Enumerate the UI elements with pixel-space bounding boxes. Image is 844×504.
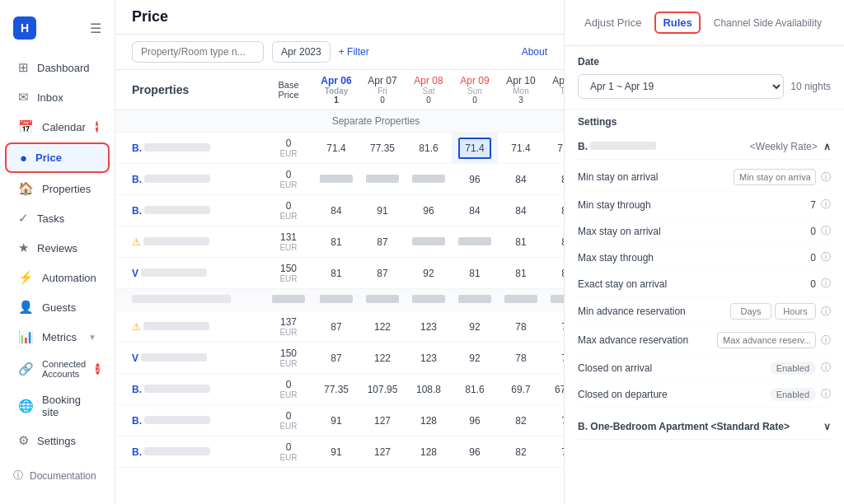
sidebar: H ☰ ⊞ Dashboard ✉ Inbox 📅 Calendar • ● P… <box>0 0 115 504</box>
calendar-badge: • <box>96 121 98 133</box>
tab-channel-availability[interactable]: Channel Side Availability <box>707 14 828 32</box>
warning-icon: ⚠ <box>132 236 141 248</box>
table-row: V 150EUR 81 87 92 81 81 81 81 <box>115 258 564 289</box>
documentation-link[interactable]: ⓘ Documentation <box>0 462 115 489</box>
min-stay-arrival-row: Min stay on arrival ⓘ <box>578 163 831 192</box>
sidebar-item-price[interactable]: ● Price <box>5 142 110 173</box>
col-apr08: Apr 08 Sat 0 <box>406 70 452 110</box>
chevron-up-icon[interactable]: ∧ <box>823 141 831 152</box>
min-advance-hours-input[interactable] <box>775 303 816 320</box>
info-icon[interactable]: ⓘ <box>821 361 831 375</box>
closed-departure-label: Closed on departure <box>578 389 770 400</box>
sidebar-item-calendar[interactable]: 📅 Calendar • <box>5 113 110 141</box>
closed-departure-toggle[interactable]: Enabled <box>770 388 816 401</box>
sidebar-item-tasks[interactable]: ✓ Tasks <box>5 204 110 232</box>
info-icon[interactable]: ⓘ <box>821 334 831 348</box>
info-icon[interactable]: ⓘ <box>821 170 831 184</box>
max-stay-through-label: Max stay through <box>578 252 767 264</box>
filter-button[interactable]: + Filter <box>339 46 369 58</box>
property-name-cell: V <box>115 343 264 374</box>
toolbar: Apr 2023 + Filter About <box>115 35 564 70</box>
date-range-select[interactable]: Apr 1 ~ Apr 19 <box>578 74 784 99</box>
main-container: Price Apr 2023 + Filter About Properties… <box>115 0 844 504</box>
property-name-cell: B. <box>115 374 264 405</box>
table-row: B. 0EUR 84 91 96 84 84 84 84 <box>115 195 564 226</box>
property-name-cell <box>115 289 264 311</box>
settings-icon: ⚙ <box>18 433 29 448</box>
page-title: Price <box>132 8 547 26</box>
table-row: B. 0EUR 77.35 107.95 108.8 81.6 69.7 67.… <box>115 374 564 405</box>
hamburger-icon[interactable]: ☰ <box>90 21 101 36</box>
settings-title: Settings <box>578 116 831 128</box>
sidebar-item-booking[interactable]: 🌐 Booking site <box>5 387 110 425</box>
sidebar-item-guests[interactable]: 👤 Guests <box>5 293 110 321</box>
rate-label: <Weekly Rate> <box>750 141 818 152</box>
panel-header: Adjust Price Rules Channel Side Availabi… <box>565 0 844 46</box>
max-stay-arrival-value: 0 <box>767 226 816 237</box>
info-icon[interactable]: ⓘ <box>821 198 831 212</box>
max-stay-arrival-row: Max stay on arrival 0 ⓘ <box>578 218 831 245</box>
tab-rules[interactable]: Rules <box>654 12 700 34</box>
tasks-icon: ✓ <box>18 211 29 226</box>
max-advance-row: Max advance reservation ⓘ <box>578 326 831 355</box>
table-row: B. 0EUR 91 127 128 96 82 79 82 <box>115 405 564 436</box>
table-row: ⚠ 131EUR 81 87 81 81 81 <box>115 226 564 258</box>
property-label: B. <box>578 141 590 152</box>
reviews-icon: ★ <box>18 240 29 255</box>
sidebar-footer: ⓘ Documentation <box>0 455 115 496</box>
sidebar-item-dashboard[interactable]: ⊞ Dashboard <box>5 54 110 82</box>
chevron-down-icon: ▼ <box>88 333 96 342</box>
min-stay-through-label: Min stay through <box>578 199 767 211</box>
second-property-label: B. One-Bedroom Apartment <Standard Rate> <box>578 421 790 432</box>
max-advance-input[interactable] <box>717 332 816 348</box>
connected-badge: 2 <box>96 363 100 375</box>
chevron-down-icon[interactable]: ∨ <box>823 421 831 432</box>
advance-inputs <box>730 303 816 320</box>
sidebar-item-settings[interactable]: ⚙ Settings <box>5 427 110 455</box>
sidebar-item-inbox[interactable]: ✉ Inbox <box>5 83 110 111</box>
min-advance-row: Min advance reservation ⓘ <box>578 297 831 326</box>
date-section-title: Date <box>578 56 831 68</box>
date-selector[interactable]: Apr 2023 <box>272 41 331 63</box>
main-content: Price Apr 2023 + Filter About Properties… <box>115 0 564 504</box>
property-name-cell: V <box>115 258 264 289</box>
info-icon[interactable]: ⓘ <box>821 387 831 401</box>
info-icon[interactable]: ⓘ <box>821 305 831 319</box>
property-name-cell: B. <box>115 436 264 468</box>
second-property-header: B. One-Bedroom Apartment <Standard Rate>… <box>578 414 831 440</box>
table-row: B. 0EUR 96 84 84 84 <box>115 164 564 195</box>
connected-icon: 🔗 <box>18 362 34 376</box>
closed-arrival-toggle[interactable]: Enabled <box>770 362 816 375</box>
search-input[interactable] <box>132 41 264 63</box>
min-stay-arrival-input[interactable] <box>734 169 816 185</box>
calendar-icon: 📅 <box>18 119 34 134</box>
exact-stay-arrival-value: 0 <box>767 278 816 290</box>
sidebar-item-properties[interactable]: 🏠 Properties <box>5 175 110 203</box>
max-stay-through-row: Max stay through 0 ⓘ <box>578 245 831 271</box>
sidebar-item-reviews[interactable]: ★ Reviews <box>5 234 110 262</box>
property-name-cell: ⚠ <box>115 226 264 258</box>
info-icon[interactable]: ⓘ <box>821 250 831 264</box>
dashboard-icon: ⊞ <box>18 60 29 75</box>
section-separate-properties: Separate Properties <box>115 110 564 133</box>
col-apr06: Apr 06 Today 1 <box>313 70 359 110</box>
settings-section: Settings B. <Weekly Rate> ∧ Min stay on … <box>565 110 844 450</box>
tab-adjust-price[interactable]: Adjust Price <box>578 13 648 32</box>
exact-stay-arrival-label: Exact stay on arrival <box>578 278 767 290</box>
about-link[interactable]: About <box>522 46 547 58</box>
property-name-cell: B. <box>115 133 264 164</box>
col-apr10: Apr 10 Mon 3 <box>498 70 544 110</box>
properties-col-header: Properties <box>115 70 264 110</box>
info-icon[interactable]: ⓘ <box>821 277 831 291</box>
date-section: Date Apr 1 ~ Apr 19 10 nights <box>565 46 844 110</box>
table-row: V 150EUR 87 122 123 92 78 76 78 <box>115 343 564 374</box>
closed-departure-row: Closed on departure Enabled ⓘ <box>578 381 831 408</box>
warning-icon: ⚠ <box>132 321 141 333</box>
table-row: B. 0EUR 71.4 77.35 81.6 71.4 71.4 71.4 7… <box>115 133 564 164</box>
min-advance-days-input[interactable] <box>730 303 771 320</box>
sidebar-item-metrics[interactable]: 📊 Metrics ▼ <box>5 323 110 351</box>
sidebar-item-connected[interactable]: 🔗 Connected Accounts 2 <box>5 352 110 385</box>
sidebar-item-automation[interactable]: ⚡ Automation <box>5 264 110 292</box>
info-icon[interactable]: ⓘ <box>821 224 831 238</box>
automation-icon: ⚡ <box>18 270 34 285</box>
